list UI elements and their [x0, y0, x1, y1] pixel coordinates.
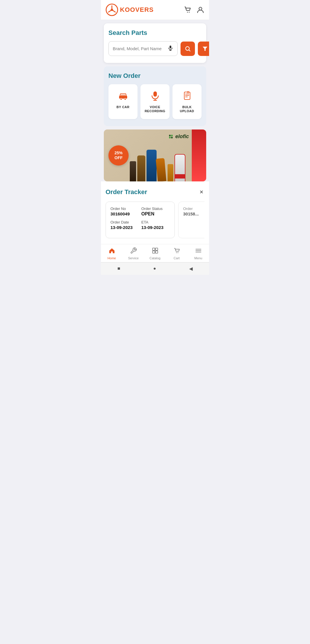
by-car-label: BY CAR — [117, 105, 129, 109]
car-icon — [118, 90, 129, 102]
svg-point-25 — [171, 137, 173, 138]
catalog-icon — [152, 247, 159, 255]
bulk-upload-icon — [182, 90, 193, 102]
cart-label: Cart — [174, 256, 180, 260]
filter-5 — [168, 164, 173, 181]
search-button[interactable] — [181, 42, 195, 56]
filter-button[interactable] — [198, 42, 209, 56]
home-icon — [108, 247, 115, 255]
menu-label: Menu — [194, 256, 202, 260]
order-no-value: 30160049 — [110, 211, 139, 216]
order-grid-2: Order 30158... Order 06-09-... — [183, 206, 204, 220]
svg-line-9 — [189, 50, 190, 51]
discount-percent: 25% — [114, 151, 123, 155]
elofic-logo-dots — [168, 134, 174, 139]
nav-menu[interactable]: Menu — [187, 247, 209, 260]
svg-point-13 — [124, 98, 126, 100]
eta-value: 13-09-2023 — [141, 225, 170, 230]
elofic-brand: elofic — [168, 134, 189, 140]
android-square-button[interactable]: ■ — [117, 266, 120, 271]
svg-point-23 — [171, 135, 173, 136]
nav-service[interactable]: Service — [123, 247, 144, 260]
app-header: KOOVERS — [101, 0, 209, 20]
home-label: Home — [108, 256, 116, 260]
orders-scroll: Order No 30160049 Order Status OPEN Orde… — [106, 202, 204, 239]
filter-6 — [174, 154, 185, 181]
catalog-label: Catalog — [150, 256, 161, 260]
svg-point-4 — [199, 7, 202, 10]
profile-button[interactable] — [196, 6, 204, 14]
order-status-label: Order Status — [141, 206, 170, 211]
order-status-value: OPEN — [141, 211, 170, 217]
tracker-title: Order Tracker — [106, 188, 147, 196]
by-car-card[interactable]: BY CAR — [108, 84, 138, 119]
svg-point-24 — [169, 137, 171, 138]
bulk-upload-label: BULK UPLOAD — [175, 105, 199, 113]
filter-icon — [202, 46, 208, 52]
tracker-header: Order Tracker × — [106, 187, 204, 197]
svg-point-30 — [176, 252, 177, 253]
svg-rect-29 — [155, 251, 158, 253]
logo-text: KOOVERS — [120, 6, 154, 14]
svg-rect-27 — [155, 248, 158, 250]
promo-badge: 25% OFF — [108, 145, 129, 166]
svg-rect-15 — [153, 91, 157, 97]
order-no-value-2: 30158... — [183, 211, 204, 216]
svg-point-1 — [111, 9, 113, 11]
promo-banner[interactable]: 25% OFF elofic — [104, 129, 206, 181]
new-order-title: New Order — [108, 72, 202, 80]
filter-2 — [137, 155, 145, 181]
order-date-section: Order Date 13-09-2023 — [110, 220, 139, 233]
voice-recording-card[interactable]: VOICERECORDING — [140, 84, 170, 119]
off-text: OFF — [114, 155, 123, 160]
order-card-2[interactable]: Order 30158... Order 06-09-... — [178, 202, 204, 238]
order-tracker-section: Order Tracker × Order No 30160049 Order … — [101, 181, 209, 244]
mic-icon[interactable] — [168, 45, 173, 52]
svg-marker-10 — [203, 46, 208, 51]
logo-icon — [106, 3, 118, 16]
header-actions — [184, 6, 204, 14]
bulk-upload-card[interactable]: BULK UPLOAD — [172, 84, 202, 119]
android-home-button[interactable]: ● — [153, 266, 156, 271]
nav-home[interactable]: Home — [101, 247, 123, 260]
elofic-text: elofic — [175, 134, 189, 140]
android-back-button[interactable]: ◀ — [189, 266, 193, 271]
svg-point-31 — [177, 252, 178, 253]
filter-4 — [156, 158, 166, 181]
microphone-icon — [150, 90, 161, 102]
filter-band — [175, 174, 185, 179]
cart-button[interactable] — [184, 6, 192, 14]
service-label: Service — [128, 256, 139, 260]
order-card-1[interactable]: Order No 30160049 Order Status OPEN Orde… — [106, 202, 175, 238]
android-system-nav: ■ ● ◀ — [101, 262, 209, 275]
order-no-section: Order No 30160049 — [110, 206, 139, 220]
order-date-value: 13-09-2023 — [110, 225, 139, 230]
search-icon — [185, 46, 191, 52]
svg-rect-28 — [153, 251, 155, 253]
filter-1 — [130, 161, 136, 181]
close-tracker-button[interactable]: × — [198, 187, 204, 197]
search-section: Search Parts — [104, 23, 206, 63]
wrench-icon — [130, 247, 137, 255]
nav-cart[interactable]: Cart — [166, 247, 187, 260]
eta-label: ETA — [141, 220, 170, 224]
eta-section: ETA 13-09-2023 — [141, 220, 170, 233]
search-row — [108, 41, 202, 56]
voice-recording-label: VOICERECORDING — [145, 105, 166, 113]
svg-point-3 — [189, 12, 190, 13]
promo-red-strip — [192, 129, 206, 181]
promo-inner: 25% OFF elofic — [104, 129, 206, 181]
order-no-label-2: Order — [183, 206, 204, 211]
logo: KOOVERS — [106, 3, 154, 16]
filter-3 — [146, 150, 157, 181]
svg-rect-14 — [121, 95, 126, 96]
search-input[interactable] — [113, 46, 168, 51]
order-no-section-2: Order 30158... — [183, 206, 204, 220]
product-display — [130, 150, 185, 181]
search-title: Search Parts — [108, 29, 202, 37]
svg-rect-5 — [170, 46, 171, 48]
nav-catalog[interactable]: Catalog — [144, 247, 166, 260]
bottom-navigation: Home Service Catalog Ca — [101, 244, 209, 262]
order-cards: BY CAR VOICERECORDING — [108, 84, 202, 119]
order-no-label: Order No — [110, 206, 139, 211]
